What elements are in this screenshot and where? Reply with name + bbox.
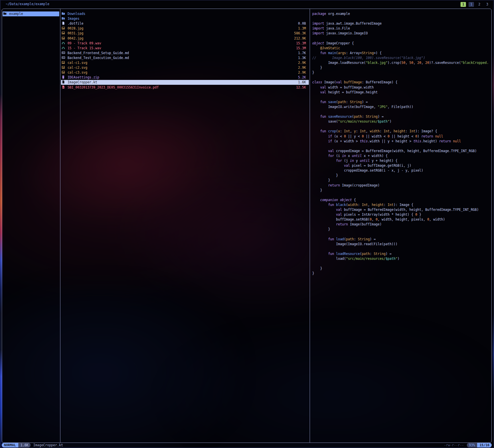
code-line: return Image(buffImage) <box>312 222 491 227</box>
code-line: if (x < 0 || y < 0 || width < 0 || heigh… <box>312 134 491 139</box>
file-size-badge: 1.6K <box>18 443 31 447</box>
code-token-fg: : <box>346 100 350 104</box>
code-line: val height = buffImage.height <box>312 90 491 95</box>
code-token-kw: return <box>336 222 348 226</box>
code-token-fg: Image( <box>322 80 336 84</box>
code-line <box>312 261 491 266</box>
task-count-badge[interactable]: 1 <box>461 2 466 7</box>
file-row[interactable]: 09 - Track 09.wav15.3M <box>61 41 309 46</box>
tab-3[interactable]: 3 <box>485 2 490 7</box>
code-line: fun crop(x: Int, y: Int, width: Int, hei… <box>312 129 491 134</box>
folder-image-icon <box>61 16 66 21</box>
file-row[interactable]: Backend_Test_Execution_Guide.md1.3K <box>61 56 309 60</box>
archive-icon <box>61 75 66 80</box>
file-row[interactable]: cal-c3.svg2.9K <box>61 70 309 75</box>
code-token-fg <box>312 237 328 241</box>
code-token-fg: .height) <box>421 139 439 143</box>
code-token-fg: } <box>312 66 322 70</box>
code-line: } <box>312 227 491 232</box>
file-row[interactable]: 0042.jpg212.9K <box>61 36 309 41</box>
file-row-selected[interactable]: ImageCropper.kt1.6K <box>61 80 309 85</box>
code-line: Image(ImageIO.read(File(path))) <box>312 242 491 247</box>
file-row[interactable]: 0028.jpg1.3M <box>61 26 309 31</box>
code-token-fg: , File(path)) <box>388 105 413 109</box>
code-token-kw: fun <box>328 237 334 241</box>
code-line: companion object { <box>312 198 491 203</box>
code-token-ty: path <box>354 115 362 119</box>
code-line: package org.example <box>312 11 491 16</box>
code-token-fg: ( <box>336 100 338 104</box>
file-size: 212.9K <box>294 36 306 41</box>
code-token-sv: $path <box>386 257 396 261</box>
code-token-kw: return <box>421 134 433 138</box>
code-token-fg: Image.loadResource( <box>312 61 366 65</box>
tab-2[interactable]: 2 <box>477 2 482 7</box>
code-token-kwi: object <box>312 41 324 45</box>
file-row[interactable]: Downloads <box>61 11 309 16</box>
code-token-fg <box>312 164 344 168</box>
code-line: import javax.imageio.ImageIO <box>312 31 491 36</box>
code-token-fg: , <box>405 61 409 65</box>
file-size: 1.7K <box>298 51 306 56</box>
file-row[interactable]: cal-c1.svg2.9K <box>61 60 309 65</box>
code-token-fg: ): Image { <box>394 203 413 207</box>
code-token-nu: 50 <box>402 61 406 65</box>
file-size: 0.0B <box>298 21 306 26</box>
image-icon <box>61 65 66 70</box>
code-token-nu: 50 <box>409 61 413 65</box>
code-token-fg: >) { <box>374 51 382 55</box>
code-token-fg: } <box>312 178 330 182</box>
code-token-fg: Image(buffImage) <box>348 222 382 226</box>
code-token-st: " <box>396 257 398 261</box>
file-name: 0031.jpg <box>66 31 83 35</box>
code-token-nu: 0 <box>415 134 417 138</box>
code-token-fg: : <box>358 203 362 207</box>
code-token-ty: String <box>366 115 378 119</box>
file-name: 0042.jpg <box>66 36 83 40</box>
tab-1-active[interactable]: 1 <box>469 2 474 7</box>
file-name: IDEAsettings.zip <box>66 75 99 79</box>
code-token-fg: : <box>384 203 388 207</box>
file-row[interactable]: Backend_Frontend_Setup_Guide.md1.7K <box>61 51 309 56</box>
cursor-position-badge: 15/16 <box>477 443 492 447</box>
code-token-fg: } <box>312 227 330 231</box>
code-token-fg: java.io.File <box>324 26 350 30</box>
code-token-fg <box>312 90 320 94</box>
code-line: object ImageCropper { <box>312 41 491 46</box>
code-token-kw: if <box>328 139 332 143</box>
markdown-icon <box>61 56 66 60</box>
code-token-fg <box>312 100 320 104</box>
status-right: -rw-r--r-- 93% 15/16 <box>444 443 492 447</box>
file-row[interactable]: 15 - Track 15.wav15.3M <box>61 46 309 51</box>
file-row[interactable]: IDEAsettings.zip5.2K <box>61 75 309 80</box>
code-token-fg: Image(ImageIO.read(File(path))) <box>312 242 398 246</box>
audio-icon <box>61 41 66 46</box>
code-token-fg <box>312 149 328 153</box>
code-token-fg: croppedImage = BufferedImage(width, heig… <box>334 149 477 153</box>
code-token-fg: : <box>354 237 358 241</box>
top-bar: ~/Data/example/example 1 123 <box>2 1 492 7</box>
code-line: croppedImage.setRGB(i - x, j - y, pixel) <box>312 168 491 173</box>
file-row[interactable]: .dotfile0.0B <box>61 21 309 26</box>
code-token-kw: fun <box>328 252 334 256</box>
file-row[interactable]: SBI_0032013739_2023_DE05_0003155631Invoi… <box>61 85 309 90</box>
code-token-ty: Int <box>362 203 368 207</box>
code-token-fg: ( <box>336 129 338 133</box>
code-token-ty: height <box>372 203 384 207</box>
sidebar-item-selected[interactable]: example <box>3 11 59 16</box>
code-token-fg <box>312 198 320 202</box>
file-row[interactable]: Images <box>61 16 309 21</box>
file-name: Images <box>66 17 79 21</box>
status-bar: NORMAL 1.6K ImageCropper.kt -rw-r--r-- 9… <box>2 443 492 447</box>
file-row[interactable]: cal-c2.svg2.9K <box>61 65 309 70</box>
code-token-ty: String <box>374 252 386 256</box>
code-token-fg <box>312 208 336 212</box>
code-line <box>312 109 491 114</box>
code-line <box>312 95 491 100</box>
code-token-kw: val <box>344 164 350 168</box>
code-line: } <box>312 188 491 193</box>
code-line: // Image.black(100, 100).saveResource("b… <box>312 56 491 60</box>
code-token-kw: for <box>336 159 342 163</box>
file-row[interactable]: 0031.jpg586.3K <box>61 31 309 36</box>
code-token-kw: fun <box>320 115 326 119</box>
